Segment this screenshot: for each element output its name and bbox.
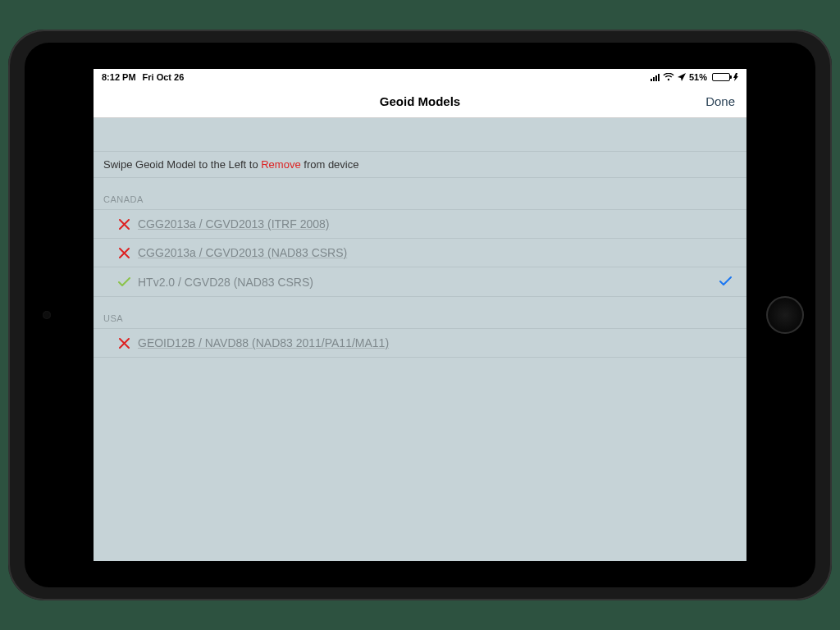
geoid-model-row[interactable]: HTv2.0 / CGVD28 (NAD83 CSRS) [94,267,746,297]
done-button[interactable]: Done [705,94,735,108]
nav-bar: Geoid Models Done [94,85,746,118]
section-header: CANADA [94,178,746,209]
charging-icon [733,73,738,81]
ipad-frame: 8:12 PM Fri Oct 26 51% [8,30,832,600]
geoid-model-label: HTv2.0 / CGVD28 (NAD83 CSRS) [138,276,719,289]
instruction-row: Swipe Geoid Model to the Left to Remove … [94,151,746,178]
page-title: Geoid Models [380,94,460,108]
instruction-suffix: from device [301,158,359,171]
home-button[interactable] [766,296,804,334]
instruction-remove-word: Remove [261,158,300,171]
geoid-model-row[interactable]: GEOID12B / NAVD88 (NAD83 2011/PA11/MA11) [94,328,746,358]
cellular-signal-icon [651,73,660,81]
x-icon [116,248,131,258]
x-icon [116,219,131,230]
geoid-model-row[interactable]: CGG2013a / CGVD2013 (NAD83 CSRS) [94,239,746,267]
geoid-model-label: GEOID12B / NAVD88 (NAD83 2011/PA11/MA11) [138,336,735,349]
geoid-model-label: CGG2013a / CGVD2013 (ITRF 2008) [138,217,735,231]
ipad-bezel: 8:12 PM Fri Oct 26 51% [25,43,815,587]
selected-check-icon [719,275,732,289]
status-date: Fri Oct 26 [143,72,185,82]
status-time: 8:12 PM [102,72,136,82]
battery-percent: 51% [689,72,707,82]
battery-icon [710,73,730,81]
location-icon [678,73,686,81]
screen: 8:12 PM Fri Oct 26 51% [94,69,746,561]
geoid-model-label: CGG2013a / CGVD2013 (NAD83 CSRS) [138,246,735,259]
front-camera [43,311,51,319]
wifi-icon [663,73,674,81]
geoid-model-row[interactable]: CGG2013a / CGVD2013 (ITRF 2008) [94,209,746,239]
instruction-prefix: Swipe Geoid Model to the Left to [103,158,261,171]
section-header: USA [94,297,746,328]
x-icon [116,338,131,349]
status-bar: 8:12 PM Fri Oct 26 51% [94,69,746,85]
check-icon [116,277,131,287]
